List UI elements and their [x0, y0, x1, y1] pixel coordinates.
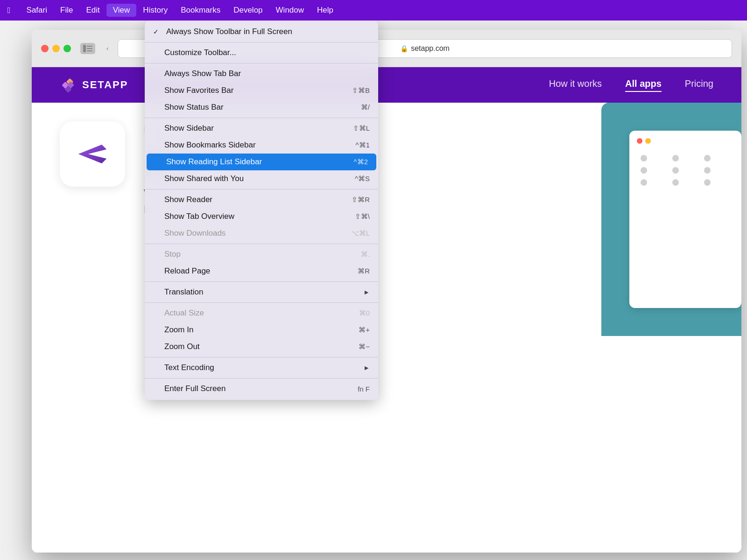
lock-icon: 🔒	[400, 45, 408, 52]
edit-menu[interactable]: Edit	[79, 4, 106, 17]
dots-grid	[637, 151, 734, 189]
app-icon	[60, 121, 125, 187]
shortcut-reload: ⌘R	[358, 267, 370, 275]
nav-pricing[interactable]: Pricing	[685, 78, 713, 92]
submenu-arrow-translation: ►	[363, 288, 370, 296]
shortcut-downloads: ⌥⌘L	[351, 229, 370, 238]
shortcut-zoom-out: ⌘−	[359, 343, 370, 351]
address-text: setapp.com	[411, 44, 450, 53]
shortcut-shared-with-you: ^⌘S	[355, 175, 370, 183]
setapp-logo: SETAPP	[60, 77, 128, 93]
menubar:  Safari File Edit View History Bookmark…	[0, 0, 747, 21]
inner-minimize	[645, 138, 651, 144]
menu-show-sidebar[interactable]: Show Sidebar ⇧⌘L	[145, 120, 378, 137]
menu-item-label: Always Show Tab Bar	[164, 69, 241, 78]
shortcut-stop: ⌘.	[361, 250, 370, 259]
menu-item-label: Text Encoding	[164, 363, 214, 372]
dot-1	[641, 155, 647, 161]
shortcut-zoom-in: ⌘+	[359, 326, 370, 334]
dot-3	[704, 155, 711, 161]
menu-actual-size[interactable]: Actual Size ⌘0	[145, 305, 378, 322]
menu-zoom-in[interactable]: Zoom In ⌘+	[145, 322, 378, 338]
safari-menu[interactable]: Safari	[20, 4, 54, 17]
file-menu[interactable]: File	[54, 4, 79, 17]
menu-show-favorites-bar[interactable]: Show Favorites Bar ⇧⌘B	[145, 82, 378, 99]
dot-4	[641, 167, 647, 174]
separator-1	[145, 42, 378, 42]
traffic-lights	[41, 45, 71, 52]
svg-rect-2	[87, 48, 92, 49]
shortcut-bookmarks-sidebar: ^⌘1	[356, 141, 370, 149]
separator-3	[145, 118, 378, 118]
separator-2	[145, 63, 378, 63]
shortcut-reader: ⇧⌘R	[352, 196, 370, 204]
separator-5	[145, 244, 378, 244]
separator-7	[145, 302, 378, 303]
menu-reload-page[interactable]: Reload Page ⌘R	[145, 263, 378, 280]
apple-menu-icon[interactable]: 	[7, 6, 11, 15]
minimize-button[interactable]	[52, 45, 60, 52]
separator-9	[145, 378, 378, 378]
menu-item-label: Reload Page	[164, 266, 210, 276]
menu-show-status-bar[interactable]: Show Status Bar ⌘/	[145, 99, 378, 116]
svg-rect-1	[87, 46, 92, 47]
menu-show-tab-overview[interactable]: Show Tab Overview ⇧⌘\	[145, 208, 378, 225]
menu-item-label: Show Reading List Sidebar	[166, 157, 262, 167]
submenu-arrow-encoding: ►	[363, 364, 370, 371]
bookmarks-menu[interactable]: Bookmarks	[174, 4, 227, 17]
separator-8	[145, 357, 378, 357]
menu-zoom-out[interactable]: Zoom Out ⌘−	[145, 338, 378, 355]
menu-show-shared-with-you[interactable]: Show Shared with You ^⌘S	[145, 170, 378, 187]
menu-show-bookmarks-sidebar[interactable]: Show Bookmarks Sidebar ^⌘1	[145, 137, 378, 154]
dot-7	[641, 179, 647, 186]
shortcut-full-screen: fn F	[358, 385, 370, 393]
inner-traffic-lights	[637, 138, 734, 144]
menu-item-label: Zoom Out	[164, 342, 200, 351]
inner-window	[629, 131, 741, 308]
menu-text-encoding[interactable]: Text Encoding ►	[145, 359, 378, 376]
maximize-button[interactable]	[63, 45, 71, 52]
menu-customize-toolbar[interactable]: Customize Toolbar...	[145, 44, 378, 61]
menu-item-label: Show Sidebar	[164, 124, 214, 133]
dot-6	[704, 167, 711, 174]
shortcut-sidebar: ⇧⌘L	[353, 124, 370, 133]
dot-2	[672, 155, 679, 161]
menu-show-downloads[interactable]: Show Downloads ⌥⌘L	[145, 225, 378, 242]
view-menu[interactable]: View	[106, 4, 137, 17]
nav-all-apps[interactable]: All apps	[625, 78, 662, 92]
svg-marker-9	[78, 145, 106, 163]
back-button[interactable]: ‹	[103, 44, 112, 53]
menu-show-reading-list-sidebar[interactable]: Show Reading List Sidebar ^⌘2	[147, 154, 376, 170]
dot-5	[672, 167, 679, 174]
shortcut-actual-size: ⌘0	[359, 309, 370, 317]
setapp-nav: SETAPP How it works All apps Pricing	[32, 67, 741, 103]
view-dropdown-menu: ✓ Always Show Toolbar in Full Screen Cus…	[145, 21, 378, 400]
menu-always-show-tab-bar[interactable]: Always Show Tab Bar	[145, 65, 378, 82]
menu-item-label: Customize Toolbar...	[164, 48, 236, 57]
menu-show-reader[interactable]: Show Reader ⇧⌘R	[145, 191, 378, 208]
menu-item-label: Show Reader	[164, 195, 212, 204]
develop-menu[interactable]: Develop	[227, 4, 269, 17]
menu-item-label: Enter Full Screen	[164, 384, 226, 393]
menu-stop[interactable]: Stop ⌘.	[145, 246, 378, 263]
teal-card	[601, 103, 741, 336]
nav-how-it-works[interactable]: How it works	[549, 78, 602, 92]
svg-rect-3	[87, 50, 92, 51]
browser-window: ‹ 🔒 setapp.com SETAPP How it works All a…	[32, 30, 741, 553]
menu-item-label: Show Downloads	[164, 229, 226, 238]
sidebar-toggle-button[interactable]	[80, 43, 95, 54]
shortcut-reading-list: ^⌘2	[354, 158, 368, 166]
inner-close	[637, 138, 642, 144]
history-menu[interactable]: History	[136, 4, 174, 17]
window-menu[interactable]: Window	[269, 4, 310, 17]
menu-item-label: Translation	[164, 287, 203, 297]
close-button[interactable]	[41, 45, 49, 52]
browser-chrome: ‹ 🔒 setapp.com	[32, 30, 741, 67]
menu-enter-full-screen[interactable]: Enter Full Screen fn F	[145, 380, 378, 397]
nav-links: How it works All apps Pricing	[549, 78, 713, 92]
menu-always-show-toolbar[interactable]: ✓ Always Show Toolbar in Full Screen	[145, 23, 378, 40]
brand-name: SETAPP	[82, 79, 128, 91]
menu-translation[interactable]: Translation ►	[145, 284, 378, 301]
help-menu[interactable]: Help	[310, 4, 340, 17]
shortcut-favorites-bar: ⇧⌘B	[352, 86, 370, 95]
